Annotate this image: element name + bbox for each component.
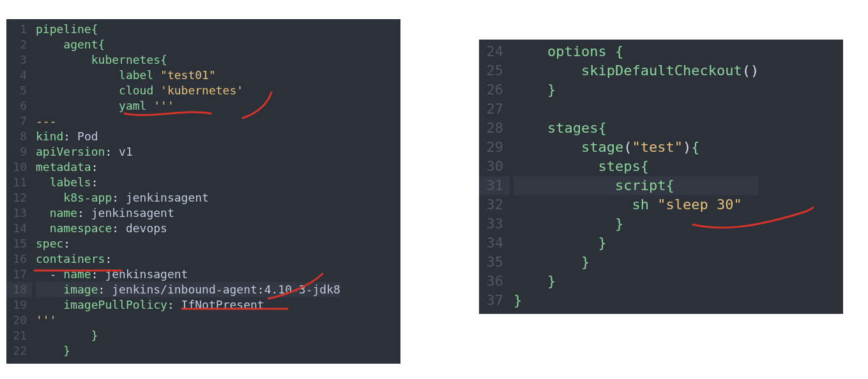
token: sh [632, 197, 657, 212]
line-number: 4 [9, 68, 27, 83]
token: () [742, 63, 759, 78]
token: { [160, 53, 167, 66]
token: : [91, 175, 98, 189]
code-line: } [514, 80, 759, 100]
line-number: 3 [9, 52, 27, 68]
code-line: name: jenkinsagent [36, 205, 340, 221]
code-line: options { [514, 42, 759, 61]
token [36, 191, 63, 204]
line-number: 9 [9, 144, 27, 160]
token [36, 283, 63, 296]
token: imagePullPolicy [63, 298, 167, 311]
code-block-right: 2425262728293031323334353637 options { s… [479, 40, 843, 314]
token: options [547, 43, 615, 59]
line-number: 11 [9, 175, 27, 190]
token [514, 273, 547, 289]
line-number: 29 [482, 138, 503, 157]
token: } [547, 273, 556, 289]
code-line: stages{ [514, 119, 759, 138]
line-number: 24 [482, 42, 503, 61]
line-number: 34 [482, 234, 503, 253]
code-line: } [514, 291, 759, 310]
line-number: 26 [482, 80, 503, 100]
token [514, 120, 547, 136]
token: { [641, 158, 649, 174]
code-line: k8s-app: jenkinsagent [36, 190, 340, 205]
token [514, 197, 632, 212]
token: --- [36, 114, 57, 128]
code-line: kind: Pod [36, 129, 340, 144]
token: containers [36, 252, 105, 265]
code-line: } [514, 234, 759, 253]
token: name [50, 206, 77, 219]
token: yaml [119, 99, 153, 112]
code-line: } [36, 343, 340, 359]
token: label [119, 68, 160, 82]
token [36, 53, 91, 66]
token: : [112, 221, 126, 235]
code-line: apiVersion: v1 [36, 144, 340, 160]
token [514, 177, 615, 193]
token: : [77, 206, 91, 219]
line-number: 37 [482, 291, 503, 310]
token: apiVersion [36, 145, 105, 158]
token: script [615, 177, 666, 193]
token: { [98, 38, 105, 51]
token: jenkinsagent [126, 191, 209, 204]
token: } [91, 329, 98, 342]
token: } [615, 216, 623, 232]
token: : [105, 252, 112, 265]
code-line: imagePullPolicy: IfNotPresent [36, 297, 340, 313]
line-number: 15 [9, 236, 27, 251]
token [514, 139, 581, 155]
code-line: --- [36, 114, 340, 129]
code-line: sh "sleep 30" [514, 195, 759, 214]
token: cloud [119, 84, 160, 97]
line-number: 5 [9, 83, 27, 98]
token [514, 43, 547, 59]
line-number: 18 [6, 282, 32, 297]
line-number: 14 [9, 221, 27, 236]
code-line: yaml ''' [36, 98, 340, 114]
code-line: skipDefaultCheckout() [514, 61, 759, 80]
token [36, 344, 63, 357]
token: : [167, 298, 181, 311]
token: "test" [632, 139, 682, 155]
token: kubernetes [91, 53, 160, 66]
code-line: namespace: devops [36, 221, 340, 236]
line-number: 28 [482, 119, 503, 138]
line-number: 27 [482, 100, 503, 119]
token [36, 298, 63, 311]
line-number: 21 [9, 328, 27, 343]
token: metadata [36, 160, 91, 174]
line-number: 30 [482, 157, 503, 176]
line-number: 10 [9, 160, 27, 175]
token [514, 82, 547, 98]
code-block-left: 12345678910111213141516171819202122 pipe… [6, 19, 400, 364]
code-line [514, 100, 759, 119]
token: } [581, 254, 590, 270]
token [36, 221, 50, 235]
token: : [91, 267, 105, 281]
code-line: label "test01" [36, 68, 340, 83]
token: IfNotPresent [181, 298, 264, 311]
token: k8s-app [63, 191, 112, 204]
token: { [691, 139, 699, 155]
token: jenkinsagent [91, 206, 174, 219]
code-line: script{ [514, 176, 759, 195]
token: { [598, 120, 606, 136]
token: } [547, 82, 556, 98]
gutter-left: 12345678910111213141516171819202122 [6, 19, 32, 364]
code-line: - name: jenkinsagent [36, 267, 340, 282]
line-number: 22 [9, 343, 27, 359]
token: steps [598, 158, 640, 174]
token [36, 68, 119, 82]
token: : [91, 160, 98, 174]
code-left[interactable]: pipeline{ agent{ kubernetes{ label "test… [32, 19, 340, 364]
token: kind [36, 130, 63, 143]
line-number: 12 [9, 190, 27, 205]
token [514, 254, 581, 270]
line-number: 19 [9, 297, 27, 313]
token: agent [63, 38, 98, 51]
code-right[interactable]: options { skipDefaultCheckout() } stages… [510, 40, 759, 314]
